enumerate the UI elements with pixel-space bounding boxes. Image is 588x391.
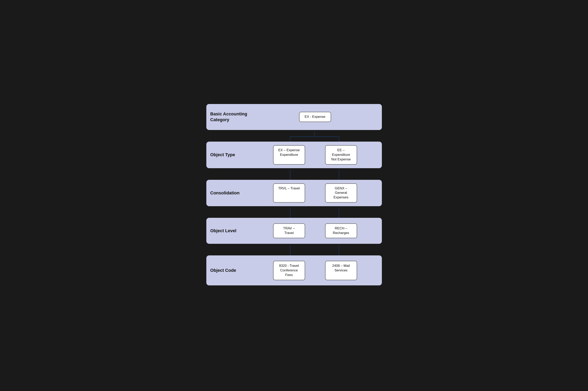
row-object-level: Object Level TRAV –Travel RECH –Recharge… bbox=[206, 218, 382, 244]
node-8320-travel-conference-fees: 8320 - TravelConferenceFees bbox=[273, 261, 305, 280]
row-object-type: Object Type EX – ExpenseExpenditure EE –… bbox=[206, 142, 382, 168]
node-ex-expense: EX - Expense bbox=[299, 112, 331, 122]
node-2408-mail-services: 2408 – MailServices bbox=[325, 261, 357, 280]
content-consolidation: TRVL – Travel GENX –GeneralExpenses bbox=[252, 183, 378, 203]
node-trvl-travel: TRVL – Travel bbox=[273, 183, 305, 203]
row-consolidation: Consolidation TRVL – Travel GENX –Genera… bbox=[206, 180, 382, 206]
label-object-code: Object Code bbox=[210, 268, 252, 273]
diagram-wrapper: Basic AccountingCategory EX - Expense Ob… bbox=[204, 102, 384, 290]
node-ee-expenditure: EE –ExpenditureNot Expense bbox=[325, 145, 357, 165]
connector-4-5 bbox=[206, 245, 382, 255]
node-trav-travel: TRAV –Travel bbox=[273, 223, 305, 238]
connector-svg-4-5 bbox=[206, 245, 382, 255]
label-object-level: Object Level bbox=[210, 228, 252, 234]
content-object-type: EX – ExpenseExpenditure EE –ExpenditureN… bbox=[252, 145, 378, 165]
content-object-code: 8320 - TravelConferenceFees 2408 – MailS… bbox=[252, 261, 378, 280]
label-object-type: Object Type bbox=[210, 152, 252, 158]
connector-1-2 bbox=[206, 132, 382, 142]
node-ex-expenditure: EX – ExpenseExpenditure bbox=[273, 145, 305, 165]
connector-svg-1-2 bbox=[206, 132, 382, 142]
node-genx-general: GENX –GeneralExpenses bbox=[325, 183, 357, 203]
connector-2-3 bbox=[206, 170, 382, 180]
row-basic-accounting-category: Basic AccountingCategory EX - Expense bbox=[206, 104, 382, 130]
connector-svg-2-3 bbox=[206, 170, 382, 180]
label-basic-accounting-category: Basic AccountingCategory bbox=[210, 111, 252, 123]
row-object-code: Object Code 8320 - TravelConferenceFees … bbox=[206, 255, 382, 286]
label-consolidation: Consolidation bbox=[210, 190, 252, 196]
connector-svg-3-4 bbox=[206, 208, 382, 218]
content-basic-accounting-category: EX - Expense bbox=[252, 112, 378, 122]
node-rech-recharges: RECH –Recharges bbox=[325, 223, 357, 238]
content-object-level: TRAV –Travel RECH –Recharges bbox=[252, 223, 378, 238]
connector-3-4 bbox=[206, 208, 382, 218]
